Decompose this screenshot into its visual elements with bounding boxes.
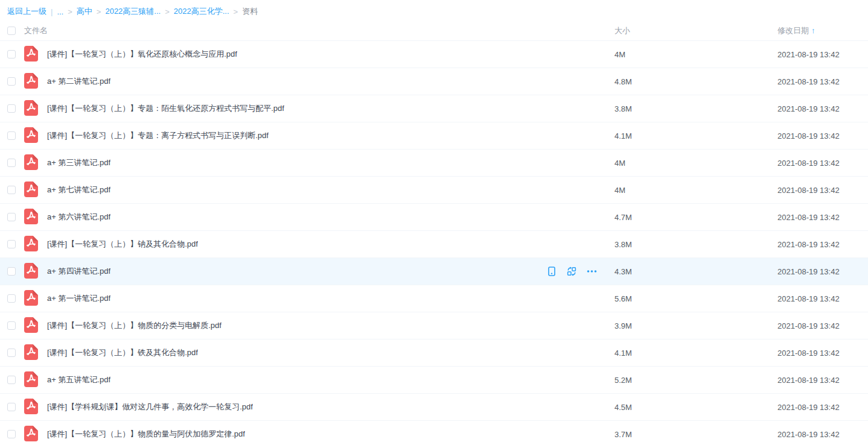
file-name[interactable]: [课件]【一轮复习（上）】氧化还原核心概念与应用.pdf (47, 49, 237, 60)
row-checkbox[interactable] (7, 294, 16, 303)
file-size: 3.8M (614, 240, 777, 249)
file-name[interactable]: a+ 第七讲笔记.pdf (47, 185, 110, 195)
row-checkbox[interactable] (7, 349, 16, 357)
file-size: 5.2M (614, 376, 777, 385)
file-date: 2021-08-19 13:42 (777, 213, 868, 222)
select-all-checkbox[interactable] (7, 27, 16, 35)
file-name[interactable]: a+ 第三讲笔记.pdf (47, 157, 110, 168)
table-row[interactable]: [课件]【一轮复习（上）】专题：陌生氧化还原方程式书写与配平.pdf 3.8M … (0, 95, 868, 122)
table-row-selected[interactable]: a+ 第四讲笔记.pdf 4.3M 2021-08-19 13:42 (0, 258, 868, 285)
table-row[interactable]: a+ 第七讲笔记.pdf 4M 2021-08-19 13:42 (0, 177, 868, 204)
sort-ascending-icon: ↑ (811, 26, 815, 35)
row-checkbox[interactable] (7, 240, 16, 248)
table-row[interactable]: a+ 第六讲笔记.pdf 4.7M 2021-08-19 13:42 (0, 204, 868, 231)
file-name[interactable]: a+ 第六讲笔记.pdf (47, 212, 110, 222)
table-header: 文件名 大小 修改日期 ↑ (0, 21, 868, 41)
file-name[interactable]: a+ 第四讲笔记.pdf (47, 266, 110, 277)
file-size: 3.8M (614, 104, 777, 113)
pdf-file-icon (24, 127, 47, 145)
column-header-date[interactable]: 修改日期 ↑ (777, 25, 868, 36)
more-actions-button[interactable] (586, 266, 598, 277)
file-size: 4.7M (614, 213, 777, 222)
breadcrumb-back-link[interactable]: 返回上一级 (7, 6, 46, 17)
pdf-file-icon (24, 73, 47, 90)
file-date: 2021-08-19 13:42 (777, 77, 868, 86)
column-header-size-label: 大小 (614, 25, 630, 36)
table-row[interactable]: [课件]【一轮复习（上）】专题：离子方程式书写与正误判断.pdf 4.1M 20… (0, 122, 868, 150)
file-name[interactable]: [课件]【学科规划课】做对这几件事，高效化学一轮复习.pdf (47, 402, 253, 412)
row-checkbox[interactable] (7, 77, 16, 86)
breadcrumb-separator: > (165, 7, 170, 16)
breadcrumb-item-huaxue[interactable]: 2022高三化学... (174, 6, 229, 17)
file-size: 4.5M (614, 403, 777, 412)
file-size: 4.1M (614, 131, 777, 140)
breadcrumb-item-gaozhong[interactable]: 高中 (77, 6, 92, 17)
file-size: 4.3M (614, 267, 777, 276)
row-checkbox[interactable] (7, 159, 16, 167)
pdf-file-icon (24, 154, 47, 172)
file-size: 4.1M (614, 349, 777, 358)
pdf-file-icon (24, 46, 47, 63)
table-row[interactable]: [课件]【一轮复习（上）】铁及其化合物.pdf 4.1M 2021-08-19 … (0, 339, 868, 367)
row-checkbox[interactable] (7, 213, 16, 221)
file-name[interactable]: a+ 第一讲笔记.pdf (47, 293, 110, 304)
table-row[interactable]: a+ 第五讲笔记.pdf 5.2M 2021-08-19 13:42 (0, 367, 868, 394)
breadcrumb: 返回上一级 | ... > 高中 > 2022高三猿辅... > 2022高三化… (0, 0, 868, 21)
breadcrumb-item-yuanfudao[interactable]: 2022高三猿辅... (105, 6, 161, 17)
column-header-name-label: 文件名 (24, 25, 48, 36)
row-checkbox[interactable] (7, 267, 16, 276)
pdf-file-icon (24, 100, 47, 118)
transfer-button[interactable] (566, 266, 577, 277)
file-date: 2021-08-19 13:42 (777, 321, 868, 330)
table-row[interactable]: a+ 第三讲笔记.pdf 4M 2021-08-19 13:42 (0, 150, 868, 177)
file-name[interactable]: a+ 第五讲笔记.pdf (47, 374, 110, 385)
file-name[interactable]: [课件]【一轮复习（上）】专题：陌生氧化还原方程式书写与配平.pdf (47, 103, 284, 114)
file-name[interactable]: [课件]【一轮复习（上）】物质的量与阿伏加德罗定律.pdf (47, 429, 245, 440)
file-size: 3.7M (614, 430, 777, 439)
pdf-file-icon (24, 399, 47, 416)
table-row[interactable]: [课件]【一轮复习（上）】氧化还原核心概念与应用.pdf 4M 2021-08-… (0, 41, 868, 68)
breadcrumb-ellipsis-link[interactable]: ... (57, 7, 63, 16)
row-checkbox[interactable] (7, 104, 16, 113)
file-date: 2021-08-19 13:42 (777, 294, 868, 303)
row-checkbox[interactable] (7, 430, 16, 438)
row-checkbox[interactable] (7, 131, 16, 140)
table-row[interactable]: a+ 第一讲笔记.pdf 5.6M 2021-08-19 13:42 (0, 285, 868, 312)
file-name[interactable]: [课件]【一轮复习（上）】专题：离子方程式书写与正误判断.pdf (47, 130, 269, 141)
save-to-mobile-button[interactable] (546, 266, 557, 277)
pdf-file-icon (24, 181, 47, 199)
file-date: 2021-08-19 13:42 (777, 349, 868, 358)
column-header-name[interactable]: 文件名 (24, 25, 614, 36)
column-header-date-label: 修改日期 (777, 25, 809, 36)
file-name[interactable]: [课件]【一轮复习（上）】铁及其化合物.pdf (47, 347, 198, 358)
file-date: 2021-08-19 13:42 (777, 50, 868, 59)
file-date: 2021-08-19 13:42 (777, 430, 868, 439)
file-size: 4.8M (614, 77, 777, 86)
breadcrumb-pipe-separator: | (51, 7, 53, 16)
row-checkbox[interactable] (7, 376, 16, 384)
file-size: 4M (614, 50, 777, 59)
row-checkbox[interactable] (7, 321, 16, 330)
table-row[interactable]: [课件]【学科规划课】做对这几件事，高效化学一轮复习.pdf 4.5M 2021… (0, 394, 868, 421)
file-date: 2021-08-19 13:42 (777, 186, 868, 195)
row-hover-actions (546, 266, 614, 277)
table-row[interactable]: [课件]【一轮复习（上）】物质的量与阿伏加德罗定律.pdf 3.7M 2021-… (0, 421, 868, 445)
table-row[interactable]: [课件]【一轮复习（上）】物质的分类与电解质.pdf 3.9M 2021-08-… (0, 312, 868, 339)
table-row[interactable]: [课件]【一轮复习（上）】钠及其化合物.pdf 3.8M 2021-08-19 … (0, 231, 868, 258)
pdf-file-icon (24, 236, 47, 253)
file-date: 2021-08-19 13:42 (777, 104, 868, 113)
file-date: 2021-08-19 13:42 (777, 240, 868, 249)
pdf-file-icon (24, 426, 47, 443)
table-row[interactable]: a+ 第二讲笔记.pdf 4.8M 2021-08-19 13:42 (0, 68, 868, 95)
file-size: 4M (614, 159, 777, 168)
file-name[interactable]: a+ 第二讲笔记.pdf (47, 76, 110, 87)
file-name[interactable]: [课件]【一轮复习（上）】钠及其化合物.pdf (47, 239, 198, 250)
file-name[interactable]: [课件]【一轮复习（上）】物质的分类与电解质.pdf (47, 320, 222, 331)
file-date: 2021-08-19 13:42 (777, 131, 868, 140)
pdf-file-icon (24, 209, 47, 226)
file-date: 2021-08-19 13:42 (777, 403, 868, 412)
row-checkbox[interactable] (7, 186, 16, 194)
row-checkbox[interactable] (7, 403, 16, 411)
column-header-size[interactable]: 大小 (614, 25, 777, 36)
row-checkbox[interactable] (7, 50, 16, 58)
